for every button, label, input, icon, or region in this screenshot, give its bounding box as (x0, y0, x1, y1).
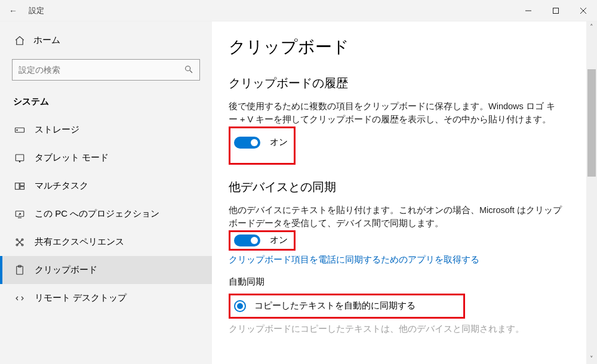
window-title: 設定 (29, 5, 44, 16)
section-desc-history: 後で使用するために複数の項目をクリップボードに保存します。Windows ロゴ … (229, 100, 563, 127)
toggle-history-label: オン (270, 137, 288, 148)
search-box[interactable] (12, 59, 200, 81)
home-icon (13, 35, 26, 46)
sidebar-item-label: リモート デスクトップ (35, 292, 127, 304)
multitask-icon (13, 181, 26, 191)
tablet-icon (13, 153, 26, 163)
svg-rect-11 (20, 183, 24, 186)
sidebar-nav: ストレージ タブレット モード マルチタスク この PC へのプロジェクション … (0, 116, 212, 312)
sidebar-item-label: マルチタスク (35, 180, 88, 192)
storage-icon (13, 126, 26, 134)
clipboard-icon (13, 265, 26, 276)
section-desc-sync: 他のデバイスにテキストを貼り付けます。これがオンの場合、Microsoft はク… (229, 203, 563, 230)
muted-note: クリップボードにコピーしたテキストは、他のデバイスと同期されます。 (229, 323, 580, 335)
projection-icon (13, 209, 26, 219)
svg-point-7 (17, 129, 18, 131)
radio-auto-sync[interactable] (234, 300, 246, 312)
sidebar-item-label: クリップボード (35, 264, 97, 276)
sidebar-item-projection[interactable]: この PC へのプロジェクション (0, 200, 212, 228)
svg-rect-8 (16, 155, 24, 161)
sidebar-item-tablet-mode[interactable]: タブレット モード (0, 144, 212, 172)
svg-rect-1 (553, 8, 559, 13)
section-heading-sync: 他デバイスとの同期 (229, 179, 580, 195)
sidebar-item-label: ストレージ (35, 124, 79, 135)
sidebar-item-storage[interactable]: ストレージ (0, 116, 212, 144)
highlight-box-2: オン (229, 230, 296, 251)
close-button[interactable] (570, 0, 597, 21)
search-icon (178, 64, 199, 76)
scroll-up-icon[interactable]: ˄ (586, 21, 597, 32)
sidebar-item-label: タブレット モード (35, 152, 109, 164)
toggle-sync-label: オン (270, 235, 288, 246)
sidebar-item-remote-desktop[interactable]: リモート デスクトップ (0, 284, 212, 312)
sidebar-item-label: この PC へのプロジェクション (35, 208, 159, 220)
svg-rect-12 (20, 186, 24, 189)
titlebar: ← 設定 (0, 0, 597, 21)
scroll-down-icon[interactable]: ˅ (586, 353, 597, 364)
scrollbar-track[interactable]: ˄ ˅ (586, 21, 597, 364)
section-heading-history: クリップボードの履歴 (229, 75, 580, 91)
maximize-button[interactable] (542, 0, 570, 21)
nav-home-label: ホーム (33, 35, 60, 46)
share-icon (13, 237, 26, 248)
highlight-box-1: オン (229, 127, 296, 165)
link-get-app[interactable]: クリップボード項目を電話に同期するためのアプリを取得する (229, 254, 479, 266)
svg-rect-10 (16, 183, 20, 189)
sidebar-category: システム (0, 91, 212, 116)
svg-point-9 (19, 161, 20, 162)
remote-desktop-icon (13, 294, 26, 303)
sidebar-item-multitask[interactable]: マルチタスク (0, 172, 212, 200)
subhead-autosync: 自動同期 (229, 276, 580, 288)
page-title: クリップボード (229, 36, 580, 58)
svg-line-5 (190, 70, 192, 73)
content-area: クリップボード クリップボードの履歴 後で使用するために複数の項目をクリップボー… (212, 21, 597, 364)
back-button[interactable]: ← (0, 6, 26, 16)
scrollbar-thumb[interactable] (587, 69, 596, 177)
svg-point-4 (186, 66, 190, 70)
sidebar-item-label: 共有エクスペリエンス (35, 236, 124, 248)
search-input[interactable] (13, 65, 178, 75)
sidebar-item-clipboard[interactable]: クリップボード (0, 256, 212, 284)
highlight-box-3: コピーしたテキストを自動的に同期する (229, 294, 465, 319)
toggle-history[interactable] (234, 137, 260, 149)
radio-auto-sync-label: コピーしたテキストを自動的に同期する (254, 300, 416, 311)
minimize-button[interactable] (515, 0, 542, 21)
sidebar: ホーム システム ストレージ タブレット モード マルチタスク (0, 21, 212, 364)
nav-home[interactable]: ホーム (0, 27, 212, 53)
sidebar-item-shared-experience[interactable]: 共有エクスペリエンス (0, 228, 212, 256)
toggle-sync[interactable] (234, 235, 260, 246)
